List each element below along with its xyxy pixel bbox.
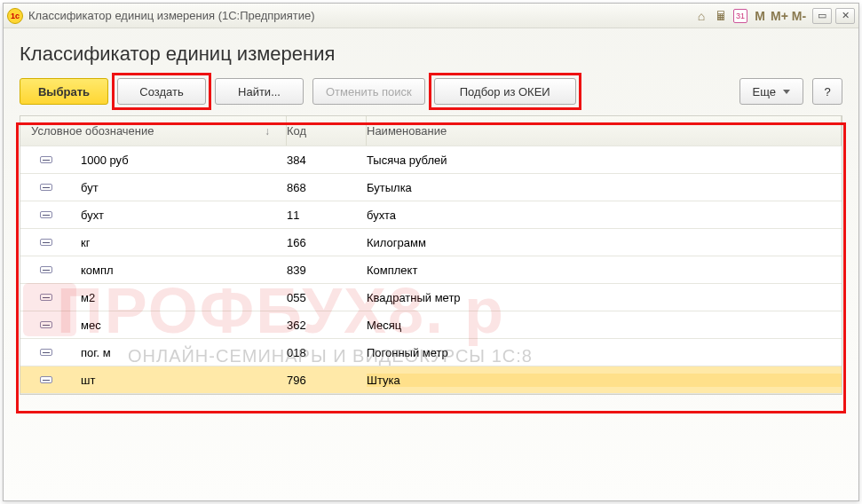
cell-symbol: пог. м xyxy=(81,346,111,359)
table: Условное обозначение ↓ Код Наименование … xyxy=(20,115,842,395)
cell-name: Бутылка xyxy=(367,181,842,194)
table-row[interactable]: бухт11бухта xyxy=(20,201,842,229)
content-area: Классификатор единиц измерения Выбрать С… xyxy=(4,28,858,406)
minimize-button[interactable]: ▭ xyxy=(812,8,832,24)
col-header-name[interactable]: Наименование xyxy=(367,116,842,146)
from-okei-button[interactable]: Подбор из ОКЕИ xyxy=(434,78,576,105)
window-title: Классификатор единиц измерения (1С:Предп… xyxy=(28,9,315,22)
table-header: Условное обозначение ↓ Код Наименование xyxy=(20,116,842,146)
row-marker-icon xyxy=(40,376,52,383)
row-marker-icon xyxy=(40,294,52,301)
table-row[interactable]: бут868Бутылка xyxy=(20,174,842,201)
help-button[interactable]: ? xyxy=(812,78,842,105)
select-button[interactable]: Выбрать xyxy=(20,78,108,105)
cell-name: Комплект xyxy=(367,264,842,277)
create-button[interactable]: Создать xyxy=(117,78,206,105)
cell-code: 11 xyxy=(287,209,367,222)
cell-code: 018 xyxy=(287,346,367,359)
table-row[interactable]: кг166Килограмм xyxy=(20,229,842,256)
find-button[interactable]: Найти... xyxy=(215,78,304,105)
close-button[interactable]: ✕ xyxy=(835,8,855,24)
toolbar: Выбрать Создать Найти... Отменить поиск … xyxy=(20,78,842,105)
cell-code: 362 xyxy=(287,319,367,332)
row-marker-icon xyxy=(40,266,52,273)
calculator-icon[interactable]: 🖩 xyxy=(711,7,731,25)
cell-name: Погонный метр xyxy=(367,346,842,359)
cell-code: 055 xyxy=(287,291,367,304)
col-header-code[interactable]: Код xyxy=(287,116,367,146)
row-marker-icon xyxy=(40,239,52,246)
cancel-search-button[interactable]: Отменить поиск xyxy=(312,78,425,105)
table-row[interactable]: 1000 руб384Тысяча рублей xyxy=(20,146,842,174)
table-row[interactable]: шт796Штука xyxy=(20,366,842,394)
memory-mplus-button[interactable]: M+ xyxy=(770,7,789,25)
cell-symbol: компл xyxy=(81,264,114,277)
cell-code: 796 xyxy=(287,374,367,387)
window: 1c Классификатор единиц измерения (1С:Пр… xyxy=(3,3,859,501)
cell-symbol: 1000 руб xyxy=(81,154,129,167)
row-marker-icon xyxy=(40,184,52,191)
cell-name: Квадратный метр xyxy=(367,291,842,304)
memory-m-button[interactable]: M xyxy=(750,7,770,25)
memory-mminus-button[interactable]: M- xyxy=(789,7,809,25)
table-body: 1000 руб384Тысяча рублейбут868Бутылкабух… xyxy=(20,146,842,394)
col-header-symbol[interactable]: Условное обозначение ↓ xyxy=(20,116,287,146)
row-marker-icon xyxy=(40,321,52,328)
cell-symbol: м2 xyxy=(81,291,95,304)
cell-code: 384 xyxy=(287,154,367,167)
cell-name: Тысяча рублей xyxy=(367,154,842,167)
cell-symbol: шт xyxy=(81,374,95,387)
row-marker-icon xyxy=(40,156,52,163)
table-row[interactable]: пог. м018Погонный метр xyxy=(20,339,842,366)
table-row[interactable]: мес362Месяц xyxy=(20,311,842,339)
cell-symbol: бухт xyxy=(81,209,104,222)
page-title: Классификатор единиц измерения xyxy=(20,43,842,66)
home-icon[interactable]: ⌂ xyxy=(692,7,711,25)
cell-name: Месяц xyxy=(367,319,842,332)
cell-code: 839 xyxy=(287,264,367,277)
titlebar: 1c Классификатор единиц измерения (1С:Пр… xyxy=(4,4,858,28)
row-marker-icon xyxy=(40,211,52,218)
cell-code: 868 xyxy=(287,181,367,194)
more-button[interactable]: Еще xyxy=(739,78,803,105)
cell-code: 166 xyxy=(287,236,367,249)
cell-name: бухта xyxy=(367,209,842,222)
table-row[interactable]: компл839Комплект xyxy=(20,256,842,284)
row-marker-icon xyxy=(40,349,52,356)
calendar-icon[interactable]: 31 xyxy=(731,7,750,25)
cell-name: Штука xyxy=(367,374,842,387)
cell-symbol: бут xyxy=(81,181,99,194)
table-row[interactable]: м2055Квадратный метр xyxy=(20,284,842,311)
sort-indicator-icon: ↓ xyxy=(265,125,270,138)
cell-name: Килограмм xyxy=(367,236,842,249)
cell-symbol: мес xyxy=(81,319,101,332)
app-icon: 1c xyxy=(7,8,23,24)
cell-symbol: кг xyxy=(81,236,90,249)
